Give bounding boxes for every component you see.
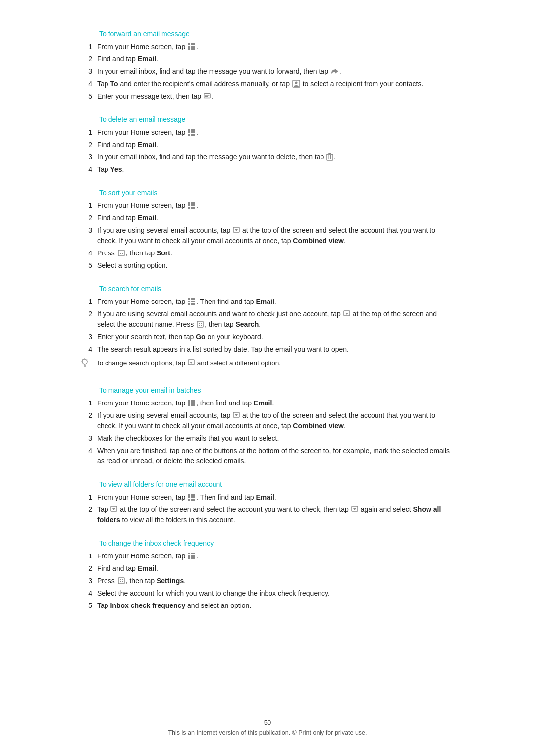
svg-rect-50	[188, 303, 190, 305]
svg-rect-20	[188, 134, 190, 136]
section-title-inbox-frequency: To change the inbox check frequency	[99, 539, 456, 547]
step-text: Find and tap Email.	[97, 563, 456, 574]
step-item: 3Press , then tap Settings.	[79, 576, 456, 586]
lightbulb-icon	[79, 357, 90, 368]
step-item: 2Find and tap Email.	[79, 213, 456, 223]
step-number: 4	[79, 79, 97, 89]
svg-rect-86	[191, 496, 193, 498]
step-item: 2Find and tap Email.	[79, 563, 456, 574]
svg-rect-42	[122, 252, 123, 252]
menu-icon	[196, 320, 204, 328]
svg-rect-49	[193, 301, 195, 302]
step-text: Tap Inbox check frequency and select an …	[97, 601, 456, 611]
tip-text: To change search options, tap and select…	[96, 358, 281, 368]
step-text: From your Home screen, tap .	[97, 551, 456, 561]
svg-rect-58	[201, 323, 202, 324]
step-number: 1	[79, 127, 97, 138]
svg-rect-105	[120, 579, 121, 580]
steps-list-inbox-frequency: 1From your Home screen, tap .2Find and t…	[79, 551, 456, 611]
steps-list-view-folders: 1From your Home screen, tap . Then find …	[79, 492, 456, 525]
step-item: 1From your Home screen, tap .	[79, 551, 456, 561]
step-number: 1	[79, 551, 97, 561]
svg-rect-106	[120, 581, 121, 582]
svg-rect-39	[118, 250, 124, 256]
svg-rect-18	[191, 131, 193, 133]
step-number: 1	[79, 492, 97, 503]
step-text: In your email inbox, find and tap the me…	[97, 66, 456, 77]
svg-rect-5	[193, 46, 195, 48]
svg-rect-79	[193, 404, 195, 406]
svg-rect-59	[201, 325, 202, 326]
svg-marker-92	[112, 508, 115, 510]
step-number: 1	[79, 297, 97, 307]
svg-rect-71	[188, 400, 190, 402]
step-text: If you are using several email accounts …	[97, 309, 456, 330]
section-inbox-frequency: To change the inbox check frequency1From…	[79, 539, 456, 611]
step-item: 2Find and tap Email.	[79, 54, 456, 64]
step-number: 2	[79, 140, 97, 150]
svg-rect-34	[188, 207, 190, 209]
step-item: 3If you are using several email accounts…	[79, 225, 456, 246]
section-title-view-folders: To view all folders for one email accoun…	[99, 480, 456, 488]
svg-rect-57	[199, 325, 200, 326]
svg-rect-40	[120, 252, 121, 252]
svg-rect-95	[188, 553, 190, 554]
step-text: Tap at the top of the screen and select …	[97, 504, 456, 525]
step-item: 4Select the account for which you want t…	[79, 588, 456, 599]
svg-rect-76	[193, 402, 195, 404]
section-delete-email: To delete an email message1From your Hom…	[79, 115, 456, 175]
svg-rect-27	[330, 155, 331, 159]
section-search-emails: To search for emails1From your Home scre…	[79, 285, 456, 372]
step-item: 3Enter your search text, then tap Go on …	[79, 332, 456, 342]
step-number: 5	[79, 601, 97, 611]
step-number: 2	[79, 410, 97, 421]
send-icon	[204, 93, 211, 100]
svg-rect-107	[122, 579, 123, 580]
svg-rect-97	[193, 553, 195, 554]
svg-rect-25	[328, 153, 331, 154]
section-view-folders: To view all folders for one email accoun…	[79, 480, 456, 525]
svg-rect-29	[191, 202, 193, 204]
step-number: 1	[79, 398, 97, 408]
step-item: 2If you are using several email accounts…	[79, 410, 456, 431]
svg-rect-14	[188, 129, 190, 131]
svg-rect-72	[191, 400, 193, 402]
svg-rect-26	[329, 155, 330, 159]
dropdown-icon	[110, 506, 117, 513]
dropdown-icon	[351, 506, 358, 513]
step-item: 5Tap Inbox check frequency and select an…	[79, 601, 456, 611]
section-title-manage-batches: To manage your email in batches	[99, 386, 456, 394]
svg-rect-103	[193, 557, 195, 559]
svg-rect-101	[188, 557, 190, 559]
step-text: From your Home screen, tap . Then find a…	[97, 297, 456, 307]
svg-rect-22	[193, 134, 195, 136]
svg-rect-98	[188, 555, 190, 557]
step-text: From your Home screen, tap .	[97, 201, 456, 211]
svg-rect-7	[191, 48, 193, 50]
step-text: Select a sorting option.	[97, 260, 456, 271]
svg-rect-19	[193, 131, 195, 133]
svg-rect-15	[191, 129, 193, 131]
svg-rect-78	[191, 404, 193, 406]
svg-rect-88	[188, 499, 190, 501]
dropdown-icon	[188, 359, 195, 366]
step-number: 4	[79, 344, 97, 354]
step-text: From your Home screen, tap . Then find a…	[97, 492, 456, 503]
step-number: 4	[79, 164, 97, 175]
step-text: The search result appears in a list sort…	[97, 344, 456, 354]
svg-rect-23	[327, 154, 333, 160]
step-number: 3	[79, 225, 97, 236]
forward-icon	[331, 68, 339, 75]
step-item: 2Tap at the top of the screen and select…	[79, 504, 456, 525]
step-item: 1From your Home screen, tap , then find …	[79, 398, 456, 408]
svg-rect-89	[191, 499, 193, 501]
tip-icon	[79, 357, 93, 372]
svg-rect-56	[199, 323, 200, 324]
step-number: 2	[79, 309, 97, 319]
svg-rect-30	[193, 202, 195, 204]
step-number: 3	[79, 332, 97, 342]
step-number: 4	[79, 248, 97, 258]
step-text: From your Home screen, tap .	[97, 42, 456, 52]
grid-icon	[188, 552, 196, 560]
svg-rect-35	[191, 207, 193, 209]
